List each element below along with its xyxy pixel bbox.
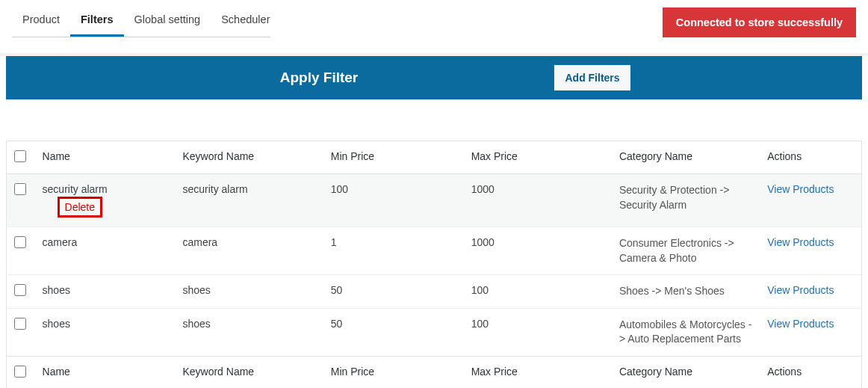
row-keyword: camera (175, 227, 323, 275)
delete-link[interactable]: Delete (65, 201, 95, 213)
table-row: shoesshoes50100Automobiles & Motorcycles… (7, 308, 861, 356)
view-products-link[interactable]: View Products (767, 236, 834, 248)
add-filters-button[interactable]: Add Filters (554, 64, 630, 91)
col-header-name[interactable]: Name (35, 141, 176, 174)
col-footer-max: Max Price (464, 356, 612, 388)
filters-table: Name Keyword Name Min Price Max Price Ca… (7, 141, 861, 388)
select-all-checkbox[interactable] (14, 150, 26, 162)
view-products-link[interactable]: View Products (767, 318, 834, 330)
tab-scheduler[interactable]: Scheduler (211, 7, 280, 37)
col-header-min: Min Price (323, 141, 464, 174)
filter-bar: Apply Filter Add Filters (6, 56, 862, 99)
col-footer-name[interactable]: Name (35, 356, 176, 388)
table-row: security alarmDeletesecurity alarm100100… (7, 174, 861, 227)
row-min-price: 100 (323, 174, 464, 227)
row-checkbox[interactable] (14, 183, 26, 195)
col-header-max: Max Price (464, 141, 612, 174)
table-row: shoesshoes50100Shoes -> Men's ShoesView … (7, 275, 861, 309)
row-keyword: shoes (175, 275, 323, 309)
row-max-price: 100 (464, 308, 612, 356)
view-products-link[interactable]: View Products (767, 284, 834, 296)
tab-bar: Product Filters Global setting Scheduler (12, 7, 280, 37)
view-products-link[interactable]: View Products (767, 183, 834, 195)
row-max-price: 100 (464, 275, 612, 309)
row-checkbox[interactable] (14, 236, 26, 248)
row-checkbox[interactable] (14, 318, 26, 330)
row-name-text: shoes (43, 284, 70, 296)
row-min-price: 50 (323, 275, 464, 309)
tab-filters[interactable]: Filters (70, 7, 124, 37)
row-name-text: shoes (43, 318, 70, 330)
tabs-underline (12, 37, 270, 37)
row-keyword: security alarm (175, 174, 323, 227)
row-min-price: 1 (323, 227, 464, 275)
row-min-price: 50 (323, 308, 464, 356)
row-keyword: shoes (175, 308, 323, 356)
row-max-price: 1000 (464, 227, 612, 275)
row-name-text: camera (43, 236, 78, 248)
col-footer-keyword: Keyword Name (175, 356, 323, 388)
row-category: Shoes -> Men's Shoes (612, 275, 760, 309)
select-all-footer-checkbox[interactable] (14, 366, 26, 378)
row-max-price: 1000 (464, 174, 612, 227)
row-name-text: security alarm (43, 183, 108, 195)
col-footer-category: Category Name (612, 356, 760, 388)
tab-product[interactable]: Product (12, 7, 70, 37)
col-header-actions: Actions (760, 141, 861, 174)
row-category: Consumer Electronics -> Camera & Photo (612, 227, 760, 275)
col-header-category: Category Name (612, 141, 760, 174)
row-checkbox[interactable] (14, 284, 26, 296)
table-header-row: Name Keyword Name Min Price Max Price Ca… (7, 141, 861, 174)
connection-status-button[interactable]: Connected to store successfully (663, 7, 856, 37)
col-footer-min: Min Price (323, 356, 464, 388)
col-header-keyword: Keyword Name (175, 141, 323, 174)
tab-global-setting[interactable]: Global setting (124, 7, 211, 37)
table-row: cameracamera11000Consumer Electronics ->… (7, 227, 861, 275)
row-category: Security & Protection -> Security Alarm (612, 174, 760, 227)
col-footer-actions: Actions (760, 356, 861, 388)
filter-bar-title: Apply Filter (280, 70, 359, 86)
row-category: Automobiles & Motorcycles -> Auto Replac… (612, 308, 760, 356)
table-footer-row: Name Keyword Name Min Price Max Price Ca… (7, 356, 861, 388)
